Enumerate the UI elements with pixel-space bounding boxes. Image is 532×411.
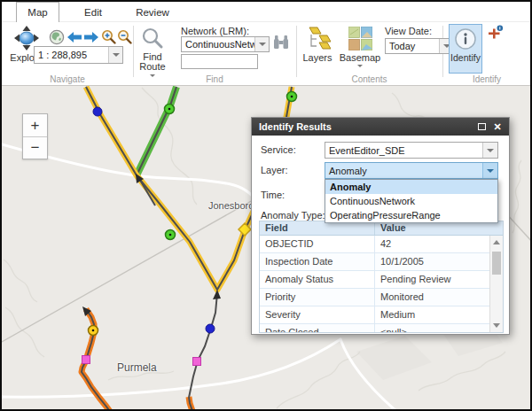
route-input[interactable] [181,54,258,69]
table-body: OBJECTID42 Inspection Date10/1/2005 Anom… [260,236,489,333]
map-zoom-control: + − [22,113,48,159]
dropdown-option-anomaly[interactable]: Anomaly [325,180,497,194]
scrollbar-thumb[interactable] [492,252,501,275]
find-route-button[interactable]: Find Route [136,27,169,77]
marker-green-point[interactable] [165,105,175,114]
marker-green-point[interactable] [287,92,297,102]
identify-route-icon[interactable] [487,25,504,45]
route-green[interactable] [137,87,176,175]
close-icon: ✕ [493,122,501,131]
marker-blue-point[interactable] [206,324,215,333]
marker-blue-point[interactable] [93,107,102,116]
marker-yellow-point[interactable] [89,326,98,336]
dialog-titlebar[interactable]: Identify Results ✕ [252,118,509,136]
town-label-purmela: Purmela [117,361,157,374]
contents-group-label: Contents [296,74,442,84]
layers-button[interactable]: Layers [300,27,335,63]
value-column-header: Value [375,221,503,235]
basemap-dropdown-arrow-icon[interactable] [357,65,363,67]
identify-group-label: Identify [442,74,531,84]
table-row[interactable]: Anomaly StatusPending Review [260,271,489,289]
identify-icon [454,27,477,52]
dialog-title: Identify Results [259,121,332,132]
layer-label: Layer: [261,165,288,175]
ribbon-tabstrip: Map Edit Review [2,2,530,22]
attribute-table: Field Value OBJECTID42 Inspection Date10… [259,221,504,333]
network-lrm-label: Network (LRM): [181,26,249,36]
marker-pink-square[interactable] [193,358,201,366]
event-editor-window: Map Edit Review Explore [0,0,532,411]
service-label: Service: [261,144,296,155]
table-header-row: Field Value [260,221,503,236]
dropdown-option-operatingpressurerange[interactable]: OperatingPressureRange [325,208,497,222]
identify-button[interactable]: Identify [449,24,482,74]
binoculars-icon[interactable] [273,35,289,53]
layer-combobox[interactable]: Anomaly [325,162,498,179]
maximize-button[interactable] [475,120,488,133]
network-lrm-combobox[interactable]: ContinuousNetwork [181,36,270,52]
dropdown-arrow-icon[interactable] [108,47,122,63]
find-route-magnifier-icon [141,27,164,51]
field-column-header: Field [260,221,375,235]
group-separator [296,26,297,77]
group-separator [133,26,134,77]
town-label-jonesboro: Jonesboro [208,200,254,211]
table-row[interactable]: SeverityMedium [260,306,489,324]
identify-results-dialog: Identify Results ✕ Service: EventEditor_… [251,117,510,335]
layers-icon [305,27,331,52]
map-zoom-in-button[interactable]: + [23,114,47,136]
view-date-combobox[interactable]: Today [385,38,454,54]
marker-green-point[interactable] [166,230,176,240]
zoom-in-icon[interactable] [101,29,116,48]
maximize-icon [478,123,486,130]
tab-review[interactable]: Review [126,2,179,22]
table-scrollbar[interactable] [489,236,503,332]
anomaly-type-label: Anomaly Type: [261,210,325,221]
tab-edit[interactable]: Edit [71,2,115,22]
layer-dropdown-list: Anomaly ContinuousNetwork OperatingPress… [325,179,498,223]
previous-extent-arrow-left-icon[interactable] [66,31,82,47]
dropdown-arrow-icon[interactable] [482,143,497,158]
map-scale-combobox[interactable]: 1 : 288,895 [34,46,123,64]
dropdown-arrow-icon[interactable] [482,163,497,178]
basemap-icon [348,27,372,52]
scrollbar-down-icon[interactable] [490,320,503,331]
table-row[interactable]: Date Closed<null> [260,324,489,333]
find-group-label: Find [133,74,296,84]
service-combobox[interactable]: EventEditor_SDE [325,142,498,159]
table-row[interactable]: OBJECTID42 [260,236,489,253]
tab-map[interactable]: Map [16,2,59,22]
scrollbar-up-icon[interactable] [490,237,503,248]
zoom-out-icon[interactable] [117,29,132,48]
navigate-group-label: Navigate [2,74,133,84]
map-zoom-out-button[interactable]: − [23,136,47,159]
basemap-button[interactable]: Basemap [339,27,381,67]
table-row[interactable]: Inspection Date10/1/2005 [260,253,489,271]
next-extent-arrow-right-icon[interactable] [83,31,99,47]
dropdown-option-continuousnetwork[interactable]: ContinuousNetwork [325,194,497,208]
ribbon: Explore [2,22,530,85]
close-button[interactable]: ✕ [491,120,504,133]
time-label: Time: [261,190,285,200]
dropdown-arrow-icon[interactable] [254,37,269,51]
marker-pink-square[interactable] [82,356,90,364]
route-orange[interactable] [82,309,192,409]
map-view[interactable]: Jonesboro Purmela + − Identify Results ✕… [2,85,530,409]
view-date-label: View Date: [385,26,432,36]
table-row[interactable]: PriorityMonitored [260,289,489,306]
full-extent-globe-icon[interactable] [49,29,65,45]
